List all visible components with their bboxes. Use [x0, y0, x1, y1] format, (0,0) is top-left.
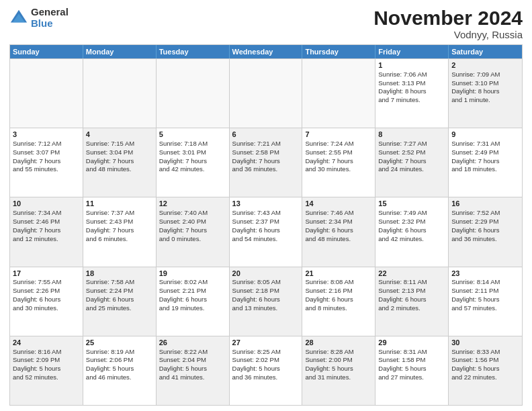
sunrise-line: Sunrise: 8:28 AM	[305, 348, 353, 355]
sunrise-line: Sunrise: 7:55 AM	[13, 278, 61, 285]
day-number: 30	[451, 338, 519, 348]
cal-cell-r4-c4: 28Sunrise: 8:28 AMSunset: 2:00 PMDayligh…	[302, 336, 375, 405]
sunrise-line: Sunrise: 7:34 AM	[13, 209, 61, 216]
daylight-minutes-line: and 42 minutes.	[159, 165, 205, 173]
daylight-line: Daylight: 6 hours	[305, 226, 353, 234]
day-number: 5	[159, 130, 226, 140]
sunset-line: Sunset: 2:06 PM	[86, 356, 133, 363]
cal-cell-r3-c6: 23Sunrise: 8:14 AMSunset: 2:11 PMDayligh…	[449, 267, 522, 336]
day-number: 29	[378, 338, 445, 348]
sunset-line: Sunset: 2:00 PM	[305, 356, 352, 363]
day-number: 21	[305, 269, 372, 279]
day-number: 2	[451, 60, 519, 71]
daylight-line: Daylight: 5 hours	[86, 365, 134, 372]
calendar-header: Sunday Monday Tuesday Wednesday Thursday…	[10, 45, 522, 58]
daylight-line: Daylight: 6 hours	[86, 295, 134, 303]
header-monday: Monday	[83, 45, 157, 58]
daylight-line: Daylight: 6 hours	[232, 226, 280, 234]
daylight-line: Daylight: 5 hours	[451, 365, 499, 372]
day-number: 18	[86, 269, 153, 279]
day-number: 24	[13, 338, 80, 348]
sunrise-line: Sunrise: 7:58 AM	[86, 278, 134, 285]
sunset-line: Sunset: 3:13 PM	[378, 79, 425, 87]
day-number: 10	[13, 199, 80, 209]
daylight-minutes-line: and 36 minutes.	[451, 235, 497, 242]
sunrise-line: Sunrise: 7:12 AM	[13, 140, 61, 147]
header-tuesday: Tuesday	[157, 45, 230, 58]
daylight-line: Daylight: 5 hours	[451, 295, 499, 303]
sunrise-line: Sunrise: 7:49 AM	[378, 209, 427, 216]
calendar-title: November 2024	[373, 7, 523, 29]
sunrise-line: Sunrise: 7:15 AM	[86, 140, 134, 147]
sunset-line: Sunset: 2:32 PM	[378, 218, 425, 225]
day-number: 3	[13, 130, 80, 140]
daylight-minutes-line: and 57 minutes.	[451, 304, 497, 312]
sunset-line: Sunset: 2:55 PM	[305, 148, 352, 156]
daylight-minutes-line: and 36 minutes.	[232, 165, 278, 173]
sunset-line: Sunset: 2:52 PM	[378, 148, 425, 156]
sunset-line: Sunset: 1:56 PM	[451, 356, 498, 363]
sunrise-line: Sunrise: 7:52 AM	[451, 209, 500, 216]
sunset-line: Sunset: 2:21 PM	[159, 287, 206, 294]
daylight-minutes-line: and 41 minutes.	[159, 373, 205, 381]
sunset-line: Sunset: 2:40 PM	[159, 218, 206, 225]
cal-cell-r3-c3: 20Sunrise: 8:05 AMSunset: 2:18 PMDayligh…	[230, 267, 303, 336]
daylight-minutes-line: and 7 minutes.	[378, 96, 420, 103]
sunrise-line: Sunrise: 7:40 AM	[159, 209, 208, 216]
day-number: 20	[232, 269, 300, 279]
cal-cell-r1-c5: 8Sunrise: 7:27 AMSunset: 2:52 PMDaylight…	[375, 128, 449, 197]
calendar-row-4: 24Sunrise: 8:16 AMSunset: 2:09 PMDayligh…	[10, 336, 522, 405]
logo-icon	[9, 9, 28, 28]
sunrise-line: Sunrise: 7:21 AM	[232, 140, 281, 147]
sunrise-line: Sunrise: 8:16 AM	[13, 348, 61, 355]
sunset-line: Sunset: 2:26 PM	[13, 287, 60, 294]
day-number: 1	[378, 60, 445, 71]
sunset-line: Sunset: 3:10 PM	[451, 79, 498, 87]
daylight-line: Daylight: 5 hours	[378, 365, 426, 372]
daylight-minutes-line: and 55 minutes.	[13, 165, 58, 173]
daylight-line: Daylight: 7 hours	[451, 157, 499, 165]
sunset-line: Sunset: 2:34 PM	[305, 218, 352, 225]
cal-cell-r2-c0: 10Sunrise: 7:34 AMSunset: 2:46 PMDayligh…	[10, 197, 83, 266]
day-number: 8	[378, 130, 445, 140]
cal-cell-r2-c3: 13Sunrise: 7:43 AMSunset: 2:37 PMDayligh…	[230, 197, 303, 266]
calendar-row-0: 1Sunrise: 7:06 AMSunset: 3:13 PMDaylight…	[10, 58, 522, 128]
cal-cell-r1-c0: 3Sunrise: 7:12 AMSunset: 3:07 PMDaylight…	[10, 128, 83, 197]
sunrise-line: Sunrise: 8:08 AM	[305, 278, 353, 285]
sunset-line: Sunset: 2:02 PM	[232, 356, 279, 363]
sunset-line: Sunset: 2:11 PM	[451, 287, 498, 294]
daylight-minutes-line: and 2 minutes.	[378, 304, 420, 312]
daylight-minutes-line: and 31 minutes.	[305, 373, 351, 381]
sunset-line: Sunset: 2:16 PM	[305, 287, 352, 294]
cal-cell-r4-c0: 24Sunrise: 8:16 AMSunset: 2:09 PMDayligh…	[10, 336, 83, 405]
cal-cell-r1-c2: 5Sunrise: 7:18 AMSunset: 3:01 PMDaylight…	[157, 128, 230, 197]
cal-cell-r3-c2: 19Sunrise: 8:02 AMSunset: 2:21 PMDayligh…	[157, 267, 230, 336]
daylight-minutes-line: and 27 minutes.	[378, 373, 424, 381]
sunrise-line: Sunrise: 8:14 AM	[451, 278, 500, 285]
sunrise-line: Sunrise: 8:25 AM	[232, 348, 281, 355]
cal-cell-r2-c5: 15Sunrise: 7:49 AMSunset: 2:32 PMDayligh…	[375, 197, 449, 266]
cal-cell-r3-c1: 18Sunrise: 7:58 AMSunset: 2:24 PMDayligh…	[83, 267, 157, 336]
daylight-line: Daylight: 7 hours	[378, 157, 426, 165]
cal-cell-r4-c1: 25Sunrise: 8:19 AMSunset: 2:06 PMDayligh…	[83, 336, 157, 405]
sunset-line: Sunset: 3:01 PM	[159, 148, 206, 156]
daylight-line: Daylight: 7 hours	[159, 226, 207, 234]
daylight-line: Daylight: 7 hours	[305, 157, 353, 165]
cal-cell-r2-c4: 14Sunrise: 7:46 AMSunset: 2:34 PMDayligh…	[302, 197, 375, 266]
day-number: 14	[305, 199, 372, 209]
cal-cell-r0-c5: 1Sunrise: 7:06 AMSunset: 3:13 PMDaylight…	[375, 59, 449, 128]
sunrise-line: Sunrise: 8:22 AM	[159, 348, 208, 355]
daylight-minutes-line: and 36 minutes.	[232, 373, 278, 381]
cal-cell-r0-c0	[10, 59, 83, 128]
day-number: 25	[86, 338, 153, 348]
daylight-line: Daylight: 6 hours	[232, 295, 280, 303]
daylight-line: Daylight: 6 hours	[451, 226, 499, 234]
calendar-row-1: 3Sunrise: 7:12 AMSunset: 3:07 PMDaylight…	[10, 128, 522, 197]
day-number: 4	[86, 130, 153, 140]
cal-cell-r1-c3: 6Sunrise: 7:21 AMSunset: 2:58 PMDaylight…	[230, 128, 303, 197]
daylight-line: Daylight: 5 hours	[305, 365, 353, 372]
sunrise-line: Sunrise: 7:46 AM	[305, 209, 353, 216]
daylight-minutes-line: and 6 minutes.	[86, 235, 128, 242]
cal-cell-r4-c2: 26Sunrise: 8:22 AMSunset: 2:04 PMDayligh…	[157, 336, 230, 405]
sunrise-line: Sunrise: 7:31 AM	[451, 140, 500, 147]
